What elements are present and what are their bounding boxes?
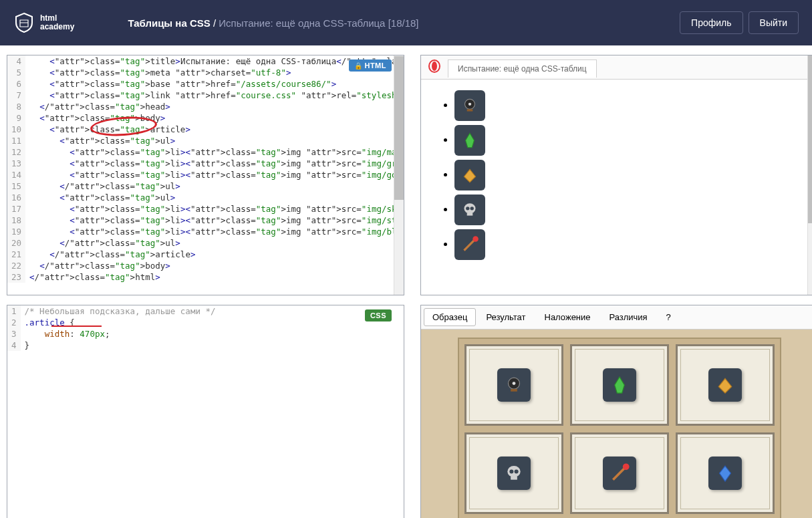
preview-item	[454, 125, 804, 156]
preview-item	[454, 229, 804, 260]
css-badge: CSS	[365, 309, 392, 321]
css-gutter: 1234	[7, 305, 21, 351]
gold-icon	[708, 368, 742, 402]
svg-point-16	[514, 470, 518, 474]
scrollbar-v[interactable]	[807, 55, 812, 295]
svg-point-1	[432, 61, 437, 71]
magic-icon	[454, 90, 485, 121]
grid-cell	[464, 344, 563, 426]
svg-point-3	[468, 103, 471, 106]
header-buttons: Профиль Выйти	[680, 11, 799, 34]
grid-cell	[676, 344, 775, 426]
breadcrumb: Таблицы на CSS / Испытание: ещё одна CSS…	[128, 17, 418, 29]
crystal-green-icon	[603, 368, 636, 402]
preview-body[interactable]	[421, 80, 812, 295]
svg-point-7	[470, 207, 474, 210]
css-editor[interactable]: 1234 /* Небольшая подсказка, дальше сами…	[7, 305, 404, 351]
svg-rect-4	[467, 109, 473, 111]
crystal-blue-icon	[708, 457, 742, 490]
result-tab-1[interactable]: Результат	[477, 308, 534, 326]
result-tabs: ОбразецРезультатНаложениеРазличия?	[421, 305, 812, 330]
stick-icon	[603, 457, 636, 490]
html-code[interactable]: <"attr">class="tag">title>Испытание: ещё…	[25, 55, 404, 283]
logo[interactable]: htmlacademy	[13, 12, 74, 33]
opera-icon	[428, 59, 441, 76]
svg-point-10	[472, 236, 479, 242]
shield-icon	[13, 12, 35, 33]
skull-icon	[497, 457, 531, 490]
scrollbar-v[interactable]	[394, 55, 404, 295]
svg-point-15	[509, 470, 513, 474]
app-header: htmlacademy Таблицы на CSS / Испытание: …	[0, 0, 812, 45]
html-badge: HTML	[349, 59, 392, 72]
preview-item	[454, 195, 804, 225]
preview-tab[interactable]: Испытание: ещё одна CSS-таблиц	[448, 59, 597, 78]
css-code[interactable]: /* Небольшая подсказка, дальше сами */.a…	[21, 305, 220, 351]
preview-panel: Испытание: ещё одна CSS-таблиц	[420, 55, 812, 295]
result-tab-3[interactable]: Различия	[601, 308, 656, 326]
wood-frame	[458, 338, 781, 518]
preview-list	[434, 90, 804, 260]
preview-tabs: Испытание: ещё одна CSS-таблиц	[421, 55, 812, 80]
grid-cell	[570, 432, 669, 514]
result-body	[421, 330, 812, 518]
breadcrumb-main: Таблицы на CSS	[128, 17, 210, 29]
svg-point-14	[507, 466, 520, 477]
html-gutter: 4567891011121314151617181920212223	[7, 55, 25, 283]
result-tab-2[interactable]: Наложение	[536, 308, 599, 326]
grid-cell	[570, 344, 669, 426]
magic-icon	[497, 368, 531, 402]
css-editor-panel: CSS 1234 /* Небольшая подсказка, дальше …	[7, 305, 404, 518]
svg-rect-8	[467, 213, 473, 215]
logo-text: htmlacademy	[40, 14, 74, 31]
result-grid	[464, 344, 775, 514]
skull-icon	[454, 195, 485, 225]
logout-button[interactable]: Выйти	[749, 11, 799, 34]
svg-point-12	[512, 382, 515, 385]
svg-point-6	[466, 207, 469, 210]
svg-point-19	[622, 463, 629, 470]
result-panel: ОбразецРезультатНаложениеРазличия?	[420, 305, 812, 518]
result-tab-0[interactable]: Образец	[424, 308, 476, 326]
preview-item	[454, 160, 804, 190]
preview-item	[454, 90, 804, 121]
stick-icon	[454, 229, 485, 260]
html-editor[interactable]: 4567891011121314151617181920212223 <"att…	[7, 55, 404, 283]
profile-button[interactable]: Профиль	[680, 11, 742, 34]
svg-point-5	[464, 203, 475, 213]
html-editor-panel: HTML 4567891011121314151617181920212223 …	[7, 55, 404, 295]
breadcrumb-sub: Испытание: ещё одна CSS-таблица [18/18]	[219, 17, 418, 29]
crystal-green-icon	[454, 125, 485, 156]
gold-icon	[454, 160, 485, 190]
svg-rect-13	[511, 389, 517, 392]
grid-cell	[464, 432, 563, 514]
svg-rect-17	[511, 477, 517, 480]
result-tab-4[interactable]: ?	[658, 308, 680, 326]
grid-cell	[676, 432, 775, 514]
